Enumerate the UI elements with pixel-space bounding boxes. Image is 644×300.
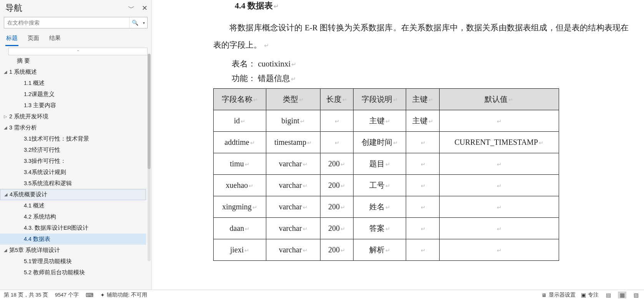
- tree-item-label: 1.2课题意义: [24, 91, 55, 98]
- nav-title: 导航: [5, 2, 22, 14]
- table-cell: ↵: [439, 239, 559, 260]
- table-cell: xingming↵: [214, 196, 266, 217]
- lang-icon[interactable]: ⌨: [86, 292, 93, 298]
- page-info[interactable]: 第 18 页，共 35 页: [4, 292, 48, 298]
- nav-tree-item[interactable]: 5.1管理员功能模块: [0, 256, 146, 267]
- table-cell: 200↵: [320, 174, 354, 196]
- nav-tabs: 标题 页面 结果: [0, 31, 151, 46]
- table-cell: addtime↵: [214, 131, 266, 153]
- nav-tree-item[interactable]: 1.1 概述: [0, 78, 146, 89]
- tree-item-label: 3.1技术可行性：技术背景: [24, 135, 89, 143]
- table-row: timu↵varchar↵200↵题目↵↵↵: [214, 153, 559, 174]
- table-row: jiexi↵varchar↵200↵解析↵↵↵: [214, 239, 559, 260]
- table-cell: ↵: [320, 110, 354, 131]
- table-cell: varchar↵: [266, 196, 320, 217]
- table-cell: ↵: [320, 131, 354, 153]
- scrollbar-thumb[interactable]: [148, 54, 151, 169]
- table-cell: 姓名↵: [354, 196, 406, 217]
- nav-tree-item[interactable]: 摘 要: [0, 55, 146, 66]
- nav-tree-item[interactable]: 5.2 教师前后台功能模块: [0, 267, 146, 278]
- display-icon: 🖥: [541, 292, 547, 298]
- table-cell: ↵: [406, 153, 439, 174]
- table-cell: varchar↵: [266, 174, 320, 196]
- body-paragraph: 将数据库概念设计的 E-R 图转换为关系数据库。在关系数据库中，数据关系由数据表…: [213, 19, 629, 54]
- view-web-icon[interactable]: ▧: [632, 292, 640, 298]
- nav-tree-item[interactable]: 1.3 主要内容: [0, 100, 146, 111]
- focus-mode[interactable]: ▣ 专注: [581, 292, 599, 298]
- chevron-down-icon[interactable]: ﹀: [128, 3, 135, 13]
- nav-tree-item[interactable]: ◢第5章 系统详细设计: [0, 245, 146, 256]
- accessibility-status[interactable]: ✦ 辅助功能: 不可用: [100, 292, 148, 298]
- tab-headings[interactable]: 标题: [5, 32, 18, 46]
- nav-tree-item[interactable]: ◢3 需求分析: [0, 122, 146, 133]
- tab-results[interactable]: 结果: [48, 32, 61, 46]
- table-cell: ↵: [406, 174, 439, 196]
- tree-item-label: 4.1 概述: [24, 202, 45, 209]
- nav-tree-item[interactable]: ▷2 系统开发环境: [0, 111, 146, 122]
- search-input[interactable]: [4, 18, 129, 27]
- table-cell: 主键↵: [354, 110, 406, 131]
- tree-item-label: 1 系统概述: [9, 68, 37, 76]
- nav-tree-item[interactable]: 3.2经济可行性: [0, 144, 146, 156]
- table-cell: CURRENT_TIMESTAMP↵: [439, 131, 559, 153]
- table-cell: daan↵: [214, 217, 266, 239]
- tree-item-label: 4系统概要设计: [10, 191, 47, 198]
- table-cell: 答案↵: [354, 217, 406, 239]
- table-cell: 创建时间↵: [354, 131, 406, 153]
- table-cell: ↵: [439, 110, 559, 131]
- tree-arrow-icon: ◢: [4, 70, 9, 75]
- table-cell: timu↵: [214, 153, 266, 174]
- tree-item-label: 4.2 系统结构: [24, 213, 56, 220]
- tree-arrow-icon: ◢: [4, 192, 10, 197]
- word-count[interactable]: 9547 个字: [55, 292, 79, 298]
- function-line: 功能： 错题信息↵: [232, 71, 629, 86]
- nav-tree-item[interactable]: 3.3操作可行性：: [0, 156, 146, 167]
- table-row: xingming↵varchar↵200↵姓名↵↵↵: [214, 196, 559, 217]
- nav-tree-item[interactable]: 1.2课题意义: [0, 89, 146, 100]
- tree-arrow-icon: ◢: [4, 125, 9, 130]
- table-cell: 题目↵: [354, 153, 406, 174]
- nav-tree-item[interactable]: 4.4 数据表: [0, 234, 146, 245]
- table-cell: jiexi↵: [214, 239, 266, 260]
- tree-item-label: 3.5系统流程和逻辑: [24, 180, 72, 187]
- close-icon[interactable]: ✕: [142, 4, 148, 12]
- outline-collapse-bar[interactable]: ⌃: [8, 48, 148, 55]
- table-row: daan↵varchar↵200↵答案↵↵↵: [214, 217, 559, 239]
- display-settings[interactable]: 🖥 显示器设置: [541, 292, 576, 298]
- nav-tree-item[interactable]: 4.1 概述: [0, 200, 146, 211]
- nav-tree-item[interactable]: ◢1 系统概述: [0, 66, 146, 78]
- collapse-icon: ⌃: [76, 50, 80, 54]
- table-cell: xuehao↵: [214, 174, 266, 196]
- table-cell: bigint↵: [266, 110, 320, 131]
- status-bar: 第 18 页，共 35 页 9547 个字 ⌨ ✦ 辅助功能: 不可用 🖥 显示…: [0, 290, 644, 300]
- search-dropdown-icon[interactable]: ▾: [141, 21, 147, 25]
- table-cell: ↵: [439, 153, 559, 174]
- table-cell: 解析↵: [354, 239, 406, 260]
- table-header-cell: 类型↵: [266, 88, 320, 110]
- nav-scrollbar[interactable]: [148, 54, 151, 261]
- table-cell: 主键↵: [406, 110, 439, 131]
- search-icon[interactable]: 🔍: [129, 17, 141, 28]
- table-cell: ↵: [406, 217, 439, 239]
- table-cell: ↵: [439, 196, 559, 217]
- accessibility-icon: ✦: [100, 292, 105, 298]
- nav-tree-item[interactable]: 4.3. 数据库设计ER图设计: [0, 222, 146, 234]
- table-cell: timestamp↵: [266, 131, 320, 153]
- tree-item-label: 第5章 系统详细设计: [9, 247, 60, 254]
- nav-tree-item[interactable]: 4.2 系统结构: [0, 211, 146, 222]
- view-print-icon[interactable]: ▦: [618, 292, 626, 298]
- nav-tree-item[interactable]: ◢4系统概要设计: [0, 189, 146, 200]
- focus-icon: ▣: [581, 292, 586, 298]
- nav-tree-item[interactable]: 3.4系统设计规则: [0, 167, 146, 178]
- nav-tree-item[interactable]: 3.1技术可行性：技术背景: [0, 133, 146, 144]
- tree-item-label: 4.4 数据表: [24, 235, 50, 243]
- search-box[interactable]: 🔍 ▾: [4, 17, 148, 28]
- table-cell: 200↵: [320, 153, 354, 174]
- document-pane: 4.4 数据表↵ 将数据库概念设计的 E-R 图转换为关系数据库。在关系数据库中…: [152, 0, 644, 290]
- tab-pages[interactable]: 页面: [27, 32, 40, 46]
- view-read-icon[interactable]: ▤: [604, 292, 612, 298]
- tree-item-label: 摘 要: [17, 57, 30, 65]
- nav-tree-item[interactable]: 3.5系统流程和逻辑: [0, 178, 146, 189]
- table-row: id↵bigint↵↵主键↵主键↵↵: [214, 110, 559, 131]
- db-field-table: 字段名称↵类型↵长度↵字段说明↵主键↵默认值↵id↵bigint↵↵主键↵主键↵…: [213, 88, 559, 261]
